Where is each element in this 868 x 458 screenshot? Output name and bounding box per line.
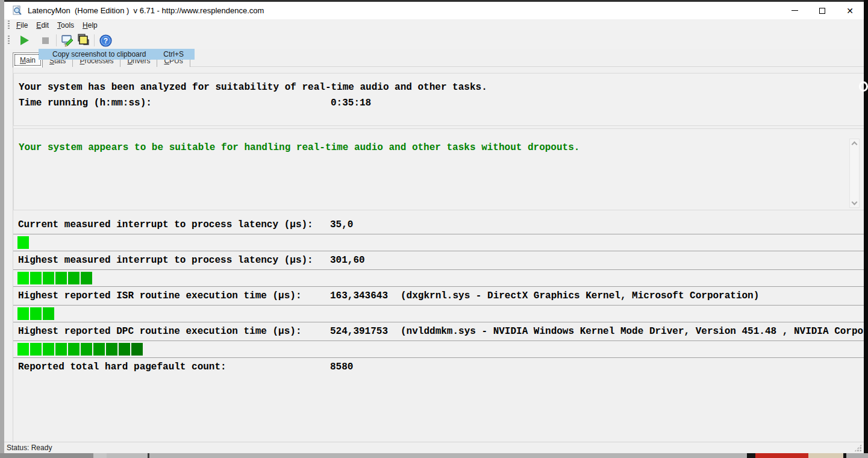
bar-segment [55, 272, 67, 284]
desktop-fragment [0, 453, 93, 458]
bar-segment [106, 343, 117, 356]
bar-segment [81, 272, 92, 284]
metric-detail: (nvlddmkm.sys - NVIDIA Windows Kernel Mo… [401, 326, 864, 337]
menu-grip [8, 20, 10, 30]
metric-bar [13, 269, 864, 287]
help-icon: ? [99, 34, 112, 47]
tooltip-shortcut: Ctrl+S [163, 50, 184, 58]
desktop-fragment [846, 453, 868, 458]
metric-row: Highest reported ISR routine execution t… [13, 287, 864, 305]
metrics-list: Current measured interrupt to process la… [13, 216, 864, 376]
desktop-fragment [93, 453, 107, 458]
minimize-icon [792, 10, 798, 11]
bar-segment [30, 307, 42, 320]
menu-bar: FileEditToolsHelp [4, 19, 864, 32]
app-icon [12, 5, 22, 16]
analysis-summary-box: Your system has been analyzed for suitab… [13, 73, 864, 126]
title-bar: LatencyMon (Home Edition ) v 6.71 - http… [4, 2, 864, 19]
metric-label: Reported total hard pagefault count: [18, 362, 226, 372]
desktop-bottom-strip [0, 453, 868, 458]
scroll-down-icon[interactable] [852, 199, 858, 205]
toolbar-grip [8, 36, 10, 45]
metric-row: Highest reported DPC routine execution t… [13, 322, 864, 340]
analyze-button[interactable] [60, 33, 75, 48]
bar-segment [55, 343, 67, 356]
latencymon-window: LatencyMon (Home Edition ) v 6.71 - http… [4, 0, 864, 453]
copy-screenshot-icon [76, 33, 90, 48]
cursor-artifact [859, 81, 868, 92]
bar-segment [17, 307, 29, 320]
metric-bar [13, 234, 864, 251]
toolbar-separator [56, 34, 57, 46]
metric-label: Highest reported DPC routine execution t… [18, 326, 301, 337]
verdict-message: Your system appears to be suitable for h… [19, 142, 579, 153]
menu-item-help[interactable]: Help [78, 20, 102, 31]
metric-value: 524,391753(nvlddmkm.sys - NVIDIA Windows… [330, 326, 864, 337]
metric-label: Highest reported ISR routine execution t… [18, 290, 301, 301]
verdict-box: Your system appears to be suitable for h… [13, 128, 864, 210]
window-title: LatencyMon (Home Edition ) v 6.71 - http… [28, 6, 264, 15]
metric-value: 35,0 [330, 219, 353, 230]
bar-segment [93, 343, 105, 356]
metric-label: Highest measured interrupt to process la… [18, 255, 313, 266]
metric-value: 8580 [330, 362, 353, 372]
bar-segment [43, 307, 54, 320]
desktop-edge-right [864, 0, 868, 453]
metric-row: Reported total hard pagefault count:8580 [13, 358, 864, 376]
bar-segment [68, 272, 80, 284]
metric-row: Current measured interrupt to process la… [13, 216, 864, 234]
toolbar: ? [4, 32, 864, 49]
bar-segment [43, 272, 54, 284]
time-running-value: 0:35:18 [331, 98, 371, 108]
bar-segment [81, 343, 92, 356]
desktop-fragment [149, 453, 747, 458]
status-text: Status: Ready [7, 444, 52, 452]
bar-segment [30, 272, 42, 284]
maximize-button[interactable] [808, 2, 836, 19]
menu-item-tools[interactable]: Tools [53, 20, 78, 31]
scroll-up-icon[interactable] [852, 142, 858, 148]
metric-row: Highest measured interrupt to process la… [13, 251, 864, 269]
minimize-button[interactable] [781, 2, 808, 19]
time-running-label: Time running (h:mm:ss): [19, 98, 152, 108]
metric-value: 301,60 [330, 255, 365, 266]
bar-segment [131, 343, 143, 356]
main-tab-page: Your system has been analyzed for suitab… [13, 66, 864, 444]
desktop-edge-left [0, 0, 4, 453]
bar-segment [17, 272, 29, 284]
analysis-headline: Your system has been analyzed for suitab… [19, 82, 487, 93]
metric-bar [13, 305, 864, 322]
menu-item-file[interactable]: File [12, 20, 32, 31]
resize-grip-icon[interactable] [854, 444, 862, 452]
metric-value: 163,343643(dxgkrnl.sys - DirectX Graphic… [330, 290, 759, 301]
bar-segment [119, 343, 130, 356]
svg-text:?: ? [103, 37, 107, 45]
desktop-fragment [808, 453, 843, 458]
stop-icon [42, 37, 49, 44]
close-button[interactable]: ✕ [836, 2, 864, 19]
start-monitor-button[interactable] [17, 33, 33, 48]
desktop-fragment [747, 453, 755, 458]
desktop-fragment [107, 453, 148, 458]
copy-screenshot-button[interactable] [75, 33, 91, 48]
metric-bar [13, 340, 864, 358]
tooltip-label: Copy screenshot to clipboard [52, 50, 146, 58]
menu-item-edit[interactable]: Edit [32, 20, 53, 31]
tooltip-copy-screenshot: Copy screenshot to clipboard Ctrl+S [39, 49, 195, 60]
bar-segment [17, 236, 29, 249]
bar-segment [17, 343, 29, 356]
window-controls: ✕ [781, 2, 864, 19]
bar-segment [68, 343, 80, 356]
stop-monitor-button[interactable] [37, 33, 53, 48]
help-button[interactable]: ? [98, 33, 113, 48]
status-bar: Status: Ready [4, 442, 864, 453]
metric-detail: (dxgkrnl.sys - DirectX Graphics Kernel, … [401, 290, 759, 301]
monitor-pen-icon [61, 34, 74, 47]
play-icon [20, 36, 29, 45]
metric-label: Current measured interrupt to process la… [18, 219, 313, 230]
verdict-scrollbar[interactable] [849, 139, 860, 208]
maximize-icon [819, 8, 825, 14]
desktop-fragment [755, 453, 808, 458]
bar-segment [43, 343, 54, 356]
bar-segment [30, 343, 42, 356]
